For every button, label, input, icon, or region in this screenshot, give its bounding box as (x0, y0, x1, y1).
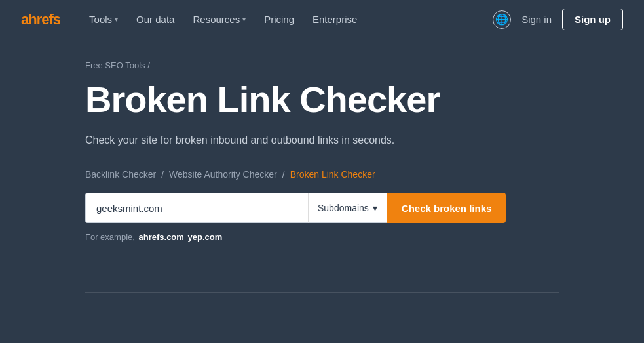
sign-in-link[interactable]: Sign in (521, 14, 552, 25)
logo[interactable]: ahrefs (21, 11, 60, 28)
separator-1: / (161, 169, 164, 180)
navbar: ahrefs Tools ▾ Our data Resources ▾ Pric… (0, 0, 644, 39)
language-icon[interactable]: 🌐 (493, 10, 511, 29)
page-subtitle: Check your site for broken inbound and o… (85, 132, 413, 149)
tools-chevron-icon: ▾ (115, 16, 118, 23)
logo-text: hrefs (28, 11, 60, 28)
tool-link-backlink-checker[interactable]: Backlink Checker (85, 169, 156, 180)
resources-chevron-icon: ▾ (242, 16, 246, 23)
sign-up-button[interactable]: Sign up (562, 9, 623, 30)
main-content: Free SEO Tools / Broken Link Checker Che… (0, 39, 644, 268)
nav-tools[interactable]: Tools ▾ (81, 9, 126, 30)
url-input[interactable] (85, 193, 308, 223)
tool-link-broken-link-checker[interactable]: Broken Link Checker (290, 169, 375, 180)
separator-2: / (282, 169, 285, 180)
nav-links: Tools ▾ Our data Resources ▾ Pricing Ent… (81, 9, 493, 30)
logo-accent: a (21, 11, 28, 28)
example-text: For example, ahrefs.com yep.com (85, 232, 559, 242)
nav-right: 🌐 Sign in Sign up (493, 9, 623, 30)
example-link-ahrefs[interactable]: ahrefs.com (139, 232, 184, 242)
subdomains-dropdown[interactable]: Subdomains ▾ (308, 193, 387, 223)
nav-enterprise[interactable]: Enterprise (305, 9, 365, 30)
content-divider (85, 292, 559, 293)
search-form: Subdomains ▾ Check broken links (85, 193, 559, 223)
nav-pricing[interactable]: Pricing (256, 9, 302, 30)
tool-link-authority-checker[interactable]: Website Authority Checker (169, 169, 277, 180)
breadcrumb-parent[interactable]: Free SEO Tools (85, 60, 145, 70)
dropdown-chevron-icon: ▾ (373, 203, 377, 213)
breadcrumb: Free SEO Tools / (85, 60, 559, 70)
example-link-yep[interactable]: yep.com (188, 232, 223, 242)
nav-resources[interactable]: Resources ▾ (185, 9, 254, 30)
tool-links: Backlink Checker / Website Authority Che… (85, 169, 559, 180)
check-broken-links-button[interactable]: Check broken links (387, 193, 506, 223)
breadcrumb-separator: / (147, 60, 150, 70)
nav-our-data[interactable]: Our data (128, 9, 182, 30)
page-title: Broken Link Checker (85, 79, 559, 120)
